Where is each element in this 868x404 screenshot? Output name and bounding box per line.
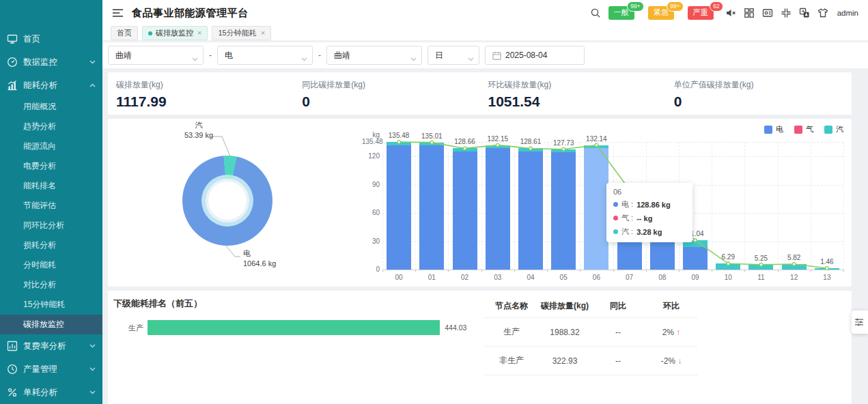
table-row[interactable]: 生产1988.32--2% ↑	[485, 318, 698, 347]
tab-15分钟能耗[interactable]: 15分钟能耗×	[212, 26, 271, 40]
sidebar-item-label: 数据监控	[23, 57, 57, 68]
tab-碳排放监控[interactable]: 碳排放监控×	[142, 26, 208, 40]
sidebar-item-分时能耗[interactable]: 分时能耗	[0, 255, 102, 275]
region2-select[interactable]: 曲靖	[326, 46, 422, 65]
side-drawer-handle[interactable]	[852, 311, 868, 334]
energy-select-value: 电	[225, 50, 233, 61]
region2-select-value: 曲靖	[334, 50, 350, 61]
legend-swatch	[764, 126, 772, 134]
date-picker[interactable]: 2025-08-04	[485, 46, 585, 65]
sidebar-item-损耗分析[interactable]: 损耗分析	[0, 235, 102, 255]
sidebar-item-复费率分析[interactable]: 复费率分析	[0, 334, 102, 358]
mute-icon[interactable]	[725, 8, 736, 18]
rate-chart-icon	[7, 341, 18, 351]
translate-icon[interactable]	[799, 8, 810, 18]
alert-count-badge: 99+	[667, 1, 683, 12]
menu-collapse-icon[interactable]	[112, 8, 124, 18]
sliders-icon	[854, 317, 864, 327]
donut-leader-lines	[108, 119, 362, 287]
hourly-bar-chart[interactable]: 电气汽kg0306090120135.48135.4800135.0101128…	[362, 119, 852, 287]
sidebar-item-用能概况[interactable]: 用能概况	[0, 97, 102, 117]
table-cell: 322.93	[538, 347, 591, 375]
sidebar-item-趋势分析[interactable]: 趋势分析	[0, 117, 102, 136]
x-axis-label: 03	[484, 274, 512, 281]
sidebar-item-15分钟能耗[interactable]: 15分钟能耗	[0, 295, 102, 315]
table-cell: 非生产	[485, 347, 538, 375]
x-tick-mark	[843, 270, 844, 272]
sidebar-item-数据监控[interactable]: 数据监控	[0, 50, 102, 74]
sidebar-item-电费分析[interactable]: 电费分析	[0, 156, 102, 176]
sidebar-item-节能评估[interactable]: 节能评估	[0, 196, 102, 216]
series-dot	[613, 229, 618, 234]
tooltip-series-name: 汽 :	[621, 227, 633, 237]
layout-grid-icon[interactable]	[744, 8, 755, 18]
table-header-碳排放量(kg): 碳排放量(kg)	[538, 295, 591, 318]
x-axis-label: 11	[747, 274, 774, 281]
search-icon[interactable]	[590, 8, 601, 18]
close-icon[interactable]: ×	[197, 29, 201, 37]
sidebar-item-label: 产量管理	[23, 364, 57, 375]
exit-fullscreen-icon[interactable]	[781, 8, 792, 18]
energy-select[interactable]: 电	[217, 46, 313, 65]
sidebar-item-能耗分析[interactable]: 能耗分析	[0, 74, 102, 97]
screenshot-icon[interactable]	[762, 8, 773, 18]
tooltip-series-value: 128.86 kg	[636, 201, 671, 209]
kpi-card: 碳排放量(kg)1117.99	[108, 72, 294, 115]
tab-首页[interactable]: 首页	[111, 26, 138, 40]
ranking-bar[interactable]	[148, 320, 440, 335]
ranking-section-title: 下级能耗排名（前五）	[113, 298, 202, 310]
table-cell: 2% ↑	[645, 318, 698, 347]
page-title: 食品事业部能源管理平台	[132, 7, 249, 20]
legend-item-汽[interactable]: 汽	[824, 124, 843, 134]
ranking-bar-label: 生产	[108, 323, 143, 333]
alert-badge-严重[interactable]: 严重62	[688, 6, 714, 20]
ratio-value: 2%	[662, 328, 677, 337]
x-axis-label: 07	[616, 274, 643, 281]
pie-label-electricity: 电1064.6 kg	[243, 248, 298, 269]
alert-badge-紧急[interactable]: 紧急99+	[648, 6, 674, 20]
sidebar-item-同环比分析[interactable]: 同环比分析	[0, 216, 102, 235]
sidebar-item-首页[interactable]: 首页	[0, 27, 102, 50]
theme-shirt-icon[interactable]	[817, 8, 828, 18]
arrow-up-icon: ↑	[676, 328, 680, 337]
table-cell: -2% ↓	[645, 347, 698, 375]
kpi-value: 0	[674, 93, 852, 110]
energy-donut-chart[interactable]: 汽53.39 kg电1064.6 kg	[108, 119, 362, 287]
legend-item-电[interactable]: 电	[764, 124, 783, 134]
region-select[interactable]: 曲靖	[108, 46, 204, 65]
sidebar-item-对比分析[interactable]: 对比分析	[0, 275, 102, 295]
close-icon[interactable]: ×	[261, 29, 265, 37]
x-axis-label: 01	[418, 274, 445, 281]
legend-label: 汽	[836, 124, 843, 134]
table-header-环比: 环比	[645, 295, 698, 318]
x-axis-label: 13	[813, 274, 841, 281]
filter-separator: -	[318, 50, 321, 60]
alert-badge-一般[interactable]: 一般99+	[608, 6, 634, 20]
period-select[interactable]: 日	[428, 46, 479, 65]
tooltip-row: 气 :-- kg	[613, 213, 686, 223]
sidebar-item-能源流向[interactable]: 能源流向	[0, 136, 102, 156]
legend-swatch	[794, 126, 802, 134]
chart-legend: 电气汽	[764, 124, 843, 134]
y-tick-label: 0	[362, 265, 380, 273]
user-name[interactable]: admin	[837, 9, 858, 17]
alert-count-badge: 62	[710, 1, 723, 12]
sidebar-item-产量管理[interactable]: 产量管理	[0, 358, 102, 381]
chevron-down-icon	[89, 60, 96, 64]
y-tick-label: 120	[362, 152, 380, 160]
gridline	[843, 142, 844, 270]
y-tick-label: 60	[362, 209, 380, 216]
clock-icon	[7, 364, 18, 375]
sidebar-item-碳排放监控[interactable]: 碳排放监控	[0, 315, 102, 334]
x-axis-label: 02	[451, 274, 479, 281]
legend-label: 电	[776, 124, 783, 134]
sidebar-item-单耗分析[interactable]: 单耗分析	[0, 381, 102, 404]
ratio-value: -2%	[661, 356, 678, 366]
sidebar: 首页数据监控能耗分析用能概况趋势分析能源流向电费分析能耗排名节能评估同环比分析损…	[0, 0, 102, 404]
legend-item-气[interactable]: 气	[794, 124, 813, 134]
sidebar-item-label: 首页	[23, 33, 40, 45]
table-row[interactable]: 非生产322.93---2% ↓	[485, 347, 698, 375]
sidebar-item-label: 单耗分析	[23, 387, 57, 399]
sidebar-item-能耗排名[interactable]: 能耗排名	[0, 176, 102, 196]
bar-value-label: 132.14	[576, 135, 617, 143]
